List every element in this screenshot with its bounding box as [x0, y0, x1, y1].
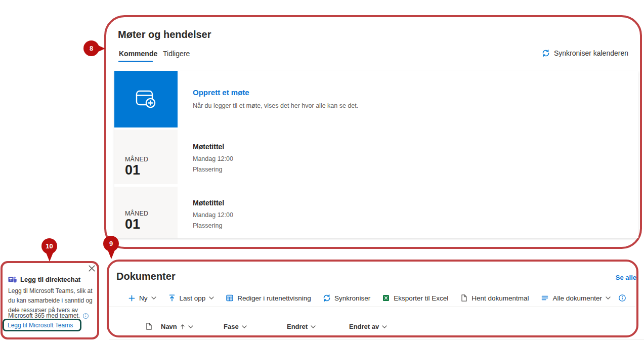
teams-callout-body: Legg til Microsoft Teams, slik at du kan… — [8, 286, 94, 315]
column-label: Endret — [287, 323, 308, 330]
column-header-navn[interactable]: Navn — [161, 323, 193, 330]
sync-icon — [542, 49, 550, 57]
pin-tail — [107, 249, 115, 259]
sync-icon — [323, 294, 331, 302]
calendar-add-icon — [135, 89, 158, 109]
teams-callout-body-text: Microsoft 365 med teamet. — [8, 312, 80, 319]
active-tab-underline — [118, 61, 153, 62]
create-meeting-tile[interactable] — [114, 71, 178, 127]
microsoft-teams-icon — [8, 275, 17, 284]
new-button[interactable]: Ny — [128, 294, 156, 302]
chevron-down-icon — [311, 325, 316, 328]
see-all-link[interactable]: Se alle — [616, 274, 636, 281]
create-meeting-link[interactable]: Opprett et møte — [193, 88, 358, 97]
annotation-pin-9: 9 — [103, 236, 119, 251]
annotation-highlight-box: Legg til Microsoft Teams — [3, 319, 81, 331]
sync-button[interactable]: Synkroniser — [323, 294, 370, 302]
tab-kommende[interactable]: Kommende — [119, 50, 157, 58]
meeting-day: 01 — [125, 217, 178, 232]
teams-callout-header: Legg til direktechat — [8, 275, 80, 284]
annotation-pin-8: 8 — [83, 40, 99, 56]
meeting-month: MÅNED — [125, 210, 178, 217]
tab-tidligere[interactable]: Tidligere — [163, 50, 190, 58]
upload-icon — [168, 294, 176, 302]
upload-button[interactable]: Last opp — [168, 294, 214, 302]
documents-toolbar: Ny Last opp Rediger i rutenettvisning — [128, 291, 529, 305]
column-label: Navn — [161, 323, 177, 330]
export-excel-label: Eksporter til Excel — [394, 294, 448, 302]
view-selector-label: Alle dokumenter — [552, 294, 602, 302]
column-label: Endret av — [349, 323, 379, 330]
create-meeting-row[interactable]: Opprett et møte Når du legger til et møt… — [114, 71, 638, 127]
export-excel-button[interactable]: Eksporter til Excel — [382, 294, 448, 302]
sort-ascending-icon — [180, 324, 185, 329]
toolbar-divider — [109, 307, 635, 307]
column-header-fase[interactable]: Fase — [224, 323, 247, 330]
meetings-section-title: Møter og hendelser — [118, 29, 211, 40]
plus-icon — [128, 294, 136, 302]
chevron-down-icon — [382, 325, 387, 328]
documents-section-title: Dokumenter — [116, 271, 176, 282]
new-button-label: Ny — [139, 294, 148, 302]
chevron-down-icon — [242, 325, 247, 328]
chevron-down-icon — [188, 325, 193, 328]
edit-grid-view-label: Rediger i rutenettvisning — [237, 294, 311, 302]
meeting-date-tile: MÅNED 01 — [114, 187, 178, 238]
column-header-endret[interactable]: Endret — [287, 323, 316, 330]
webpart-bottom-border — [109, 339, 644, 340]
sync-calendar-label: Synkroniser kalenderen — [554, 49, 628, 57]
view-selector[interactable]: Alle dokumenter — [541, 294, 611, 302]
teams-callout-title: Legg til direktechat — [20, 276, 80, 283]
pin-tail — [46, 251, 54, 262]
column-label: Fase — [224, 323, 239, 330]
meeting-location: Plassering — [193, 166, 233, 173]
info-icon[interactable] — [82, 313, 89, 319]
meeting-time: Mandag 12:00 — [193, 211, 233, 219]
sync-button-label: Synkroniser — [334, 294, 370, 302]
sync-calendar-button[interactable]: Synkroniser kalenderen — [542, 49, 628, 57]
meeting-month: MÅNED — [125, 156, 178, 163]
meeting-list-item[interactable]: MÅNED 01 Møtetittel Mandag 12:00 Plasser… — [114, 130, 638, 184]
pin-tail — [96, 45, 105, 53]
chevron-down-icon — [151, 296, 156, 300]
teams-callout-body-line2: Microsoft 365 med teamet. — [8, 312, 89, 319]
get-template-button[interactable]: Hent dokumentmal — [460, 294, 529, 302]
close-icon[interactable] — [88, 265, 96, 272]
meeting-location: Plassering — [193, 222, 233, 229]
meeting-title[interactable]: Møtetittel — [193, 199, 233, 207]
column-header-endret-av[interactable]: Endret av — [349, 323, 387, 330]
add-microsoft-teams-link[interactable]: Legg til Microsoft Teams — [8, 322, 73, 329]
meeting-time: Mandag 12:00 — [193, 155, 233, 162]
edit-grid-view-button[interactable]: Rediger i rutenettvisning — [226, 294, 311, 302]
view-lines-icon — [541, 294, 549, 302]
meeting-date-tile: MÅNED 01 — [114, 130, 178, 184]
meeting-day: 01 — [125, 163, 178, 178]
meetings-list: Opprett et møte Når du legger til et møt… — [114, 71, 638, 238]
meeting-title[interactable]: Møtetittel — [193, 143, 233, 151]
info-icon[interactable] — [618, 294, 626, 302]
document-icon — [460, 294, 468, 302]
chevron-down-icon — [606, 296, 611, 300]
excel-icon — [382, 294, 390, 302]
grid-icon — [226, 294, 234, 302]
file-type-column-icon[interactable] — [145, 322, 153, 330]
create-meeting-description: Når du legger til et møte, vises det her… — [193, 102, 358, 109]
upload-button-label: Last opp — [180, 294, 206, 302]
page: 8 9 10 Møter og hendelser Kommende Tidli… — [0, 0, 644, 342]
chevron-down-icon — [209, 296, 214, 300]
get-template-label: Hent dokumentmal — [471, 294, 529, 302]
meeting-list-item[interactable]: MÅNED 01 Møtetittel Mandag 12:00 Plasser… — [114, 187, 638, 238]
annotation-pin-10: 10 — [41, 238, 57, 254]
documents-toolbar-right: Alle dokumenter — [541, 291, 626, 305]
